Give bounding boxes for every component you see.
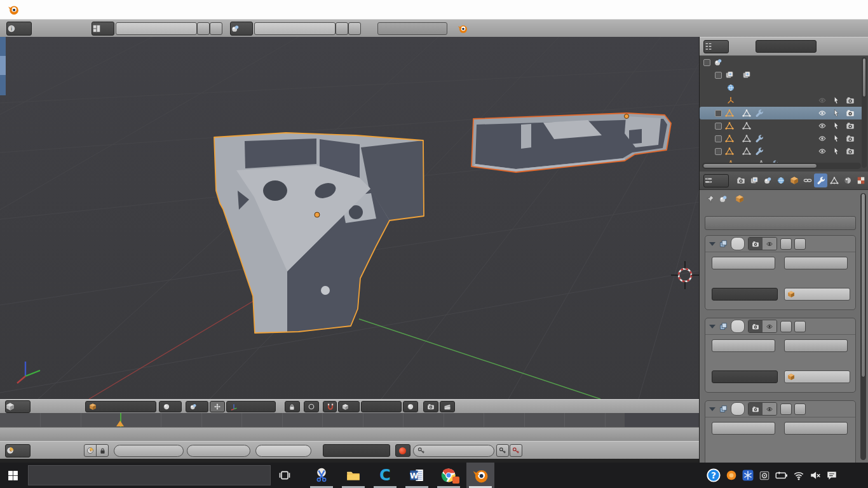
start-button[interactable]: [0, 463, 25, 488]
hide-toggle-eye-icon[interactable]: [818, 96, 827, 105]
apply-button[interactable]: [712, 422, 775, 435]
manipulator-toggle[interactable]: [210, 401, 225, 412]
taskbar-app-blender-active[interactable]: [466, 463, 494, 488]
use-preview-range-toggle[interactable]: [84, 444, 97, 457]
expand-arrow-icon[interactable]: [709, 407, 715, 411]
expand-toggle[interactable]: [715, 148, 722, 155]
opengl-render-anim-button[interactable]: [440, 401, 455, 412]
outliner-row-renderlayers[interactable]: [700, 69, 864, 81]
sync-mode-select[interactable]: [323, 444, 390, 457]
taskbar-app-chrome[interactable]: [435, 463, 463, 488]
hide-toggle-eye-icon[interactable]: [818, 121, 827, 130]
close-button[interactable]: [839, 0, 868, 19]
move-modifier-down-button[interactable]: [794, 403, 806, 415]
render-visibility-camera-icon[interactable]: [752, 240, 759, 248]
keying-set-field[interactable]: [413, 445, 494, 457]
transform-orientation-select[interactable]: [226, 401, 276, 412]
maximize-button[interactable]: [810, 0, 839, 19]
outliner-row-world[interactable]: [700, 81, 864, 94]
move-modifier-down-button[interactable]: [794, 321, 806, 332]
taskbar-app-file-explorer[interactable]: [339, 463, 367, 488]
taskbar-search-input[interactable]: [28, 465, 271, 485]
start-frame-field[interactable]: [114, 445, 184, 457]
tray-camera-icon[interactable]: [759, 470, 770, 481]
delete-keyframe-button[interactable]: [510, 444, 522, 457]
outliner-row-pieza[interactable]: [700, 107, 864, 119]
move-modifier-up-button[interactable]: [780, 321, 792, 332]
task-view-button[interactable]: [271, 463, 299, 488]
add-scene-button[interactable]: [336, 22, 348, 35]
modifier-name-field[interactable]: [731, 320, 745, 333]
render-toggle-camera-icon[interactable]: [846, 109, 855, 118]
tab-render[interactable]: [734, 173, 747, 187]
render-toggle-camera-icon[interactable]: [846, 134, 855, 143]
render-toggle-camera-icon[interactable]: [846, 147, 855, 156]
tray-updater-icon[interactable]: [726, 470, 737, 481]
expand-arrow-icon[interactable]: [709, 325, 715, 329]
mode-select[interactable]: [85, 401, 156, 412]
snap-element-select[interactable]: [338, 401, 360, 412]
3d-viewport[interactable]: [0, 37, 699, 399]
hide-toggle-eye-icon[interactable]: [818, 109, 827, 118]
copy-button[interactable]: [784, 257, 848, 269]
viewport-visibility-eye-icon[interactable]: [766, 405, 773, 413]
modifier-visibility-toggles[interactable]: [748, 237, 777, 250]
tab-modifiers[interactable]: [814, 173, 827, 187]
modifier-name-field[interactable]: [731, 237, 745, 250]
current-frame-field[interactable]: [255, 445, 311, 457]
tab-object-data[interactable]: [827, 173, 841, 187]
action-center-icon[interactable]: [826, 470, 837, 481]
wifi-icon[interactable]: [793, 470, 804, 481]
window-titlebar[interactable]: [0, 0, 868, 20]
render-engine-select[interactable]: [377, 22, 447, 35]
expand-toggle[interactable]: [715, 123, 722, 130]
proportional-edit-toggle[interactable]: [304, 401, 319, 412]
editor-type-info-button[interactable]: [6, 22, 32, 36]
selectable-toggle-cursor-icon[interactable]: [832, 121, 841, 130]
snap-toggle[interactable]: [323, 401, 337, 412]
tab-texture[interactable]: [854, 173, 867, 187]
outliner-row-tubo-x[interactable]: [700, 132, 864, 145]
outliner-filter-select[interactable]: [756, 40, 817, 53]
tab-render-layers[interactable]: [747, 173, 761, 187]
delete-layout-button[interactable]: [210, 22, 222, 35]
snap-self-toggle[interactable]: [403, 401, 418, 412]
pivot-point-select[interactable]: [186, 401, 208, 412]
opengl-render-button[interactable]: [423, 401, 438, 412]
insert-keyframe-button[interactable]: [496, 444, 509, 457]
taskbar-app-cura[interactable]: C: [371, 463, 399, 488]
tab-constraints[interactable]: [801, 173, 814, 187]
lock-range-toggle[interactable]: [96, 444, 109, 457]
expand-arrow-icon[interactable]: [709, 242, 715, 246]
object-sujetador[interactable]: [471, 113, 671, 172]
apply-button[interactable]: [712, 257, 775, 269]
auto-keyframe-toggle[interactable]: [395, 444, 410, 457]
add-modifier-select[interactable]: [705, 216, 856, 230]
hide-toggle-eye-icon[interactable]: [818, 134, 827, 143]
outliner-hscrollbar[interactable]: [702, 163, 861, 169]
tab-scene[interactable]: [761, 173, 774, 187]
scene-browse-button[interactable]: [230, 22, 253, 36]
modifier-name-field[interactable]: [731, 402, 745, 416]
outliner-row-empty[interactable]: [700, 94, 864, 107]
modifier-visibility-toggles[interactable]: [748, 320, 777, 333]
timeline-tracks[interactable]: [0, 413, 699, 427]
battery-icon[interactable]: [775, 469, 788, 482]
copy-button[interactable]: [784, 422, 848, 435]
editor-type-outliner-button[interactable]: [703, 40, 729, 53]
add-layout-button[interactable]: [197, 22, 210, 35]
pin-icon[interactable]: [706, 194, 715, 203]
end-frame-field[interactable]: [187, 445, 250, 457]
move-modifier-up-button[interactable]: [780, 238, 792, 250]
selectable-toggle-cursor-icon[interactable]: [832, 109, 841, 118]
expand-toggle[interactable]: [715, 135, 722, 142]
selectable-toggle-cursor-icon[interactable]: [832, 96, 841, 105]
apply-button[interactable]: [712, 339, 775, 352]
render-visibility-camera-icon[interactable]: [752, 323, 759, 330]
properties-vscrollbar[interactable]: [860, 193, 866, 460]
taskbar-app-snipping-tool[interactable]: [308, 463, 336, 488]
snap-target-select[interactable]: [361, 401, 402, 412]
render-toggle-camera-icon[interactable]: [846, 121, 855, 130]
tab-material[interactable]: [841, 173, 854, 187]
render-toggle-camera-icon[interactable]: [846, 96, 855, 105]
